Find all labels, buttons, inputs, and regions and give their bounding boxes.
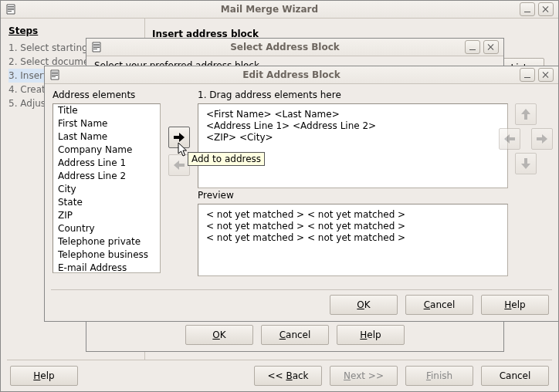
cancel-button[interactable]: Cancel: [261, 325, 329, 345]
address-element-item[interactable]: Address Line 2: [53, 170, 160, 183]
address-element-item[interactable]: Country: [53, 222, 160, 235]
address-elements-label: Address elements: [53, 90, 135, 100]
arrow-down-icon: [520, 157, 531, 170]
close-button[interactable]: [538, 68, 554, 82]
arrow-left-icon: [173, 160, 185, 171]
eab-titlebar: Edit Address Block: [45, 66, 558, 84]
close-button[interactable]: [538, 2, 554, 16]
move-down-button[interactable]: [515, 153, 537, 174]
sab-titlebar: Select Address Block: [86, 39, 503, 56]
minimize-button[interactable]: [520, 68, 535, 82]
cancel-button[interactable]: Cancel: [481, 366, 549, 386]
block-line: <ZIP> <City>: [206, 132, 500, 144]
edit-address-block-dialog: Edit Address Block Address elements Titl…: [44, 66, 559, 322]
address-element-item[interactable]: Address Line 1: [53, 157, 160, 170]
arrow-right-icon: [536, 133, 548, 144]
wizard-title: Mail Merge Wizard: [21, 4, 518, 15]
app-icon: [91, 42, 102, 52]
address-element-item[interactable]: Telephone business: [53, 248, 160, 262]
address-block-editor[interactable]: <First Name> <Last Name><Address Line 1>…: [198, 103, 508, 188]
arrow-left-icon: [503, 133, 516, 144]
address-element-item[interactable]: Title: [53, 104, 160, 117]
help-button[interactable]: Help: [10, 366, 78, 386]
block-line: <Address Line 1> <Address Line 2>: [206, 120, 500, 132]
remove-from-address-button[interactable]: [168, 154, 190, 176]
preview-line: < not yet matched > < not yet matched >: [206, 232, 500, 244]
wizard-titlebar: Mail Merge Wizard: [1, 1, 558, 19]
address-element-item[interactable]: E-mail Address: [53, 262, 160, 273]
cancel-button[interactable]: Cancel: [405, 295, 473, 315]
close-button[interactable]: [483, 40, 499, 54]
address-element-item[interactable]: Telephone private: [53, 235, 160, 248]
back-button[interactable]: << Back: [254, 366, 322, 386]
block-line: <First Name> <Last Name>: [206, 109, 500, 120]
preview-box: < not yet matched > < not yet matched ><…: [198, 204, 508, 276]
ok-button[interactable]: OK: [330, 295, 398, 315]
next-button[interactable]: Next >>: [330, 366, 398, 386]
sab-title: Select Address Block: [107, 42, 463, 52]
app-icon: [49, 69, 60, 80]
add-to-address-button[interactable]: [168, 127, 190, 148]
eab-title: Edit Address Block: [65, 69, 518, 80]
address-element-item[interactable]: Last Name: [53, 130, 160, 144]
move-left-button[interactable]: [499, 128, 520, 150]
drag-elements-label: 1. Drag address elements here: [198, 90, 341, 100]
help-button[interactable]: Help: [337, 325, 405, 345]
arrow-up-icon: [520, 108, 531, 120]
address-element-item[interactable]: Company Name: [53, 144, 160, 157]
tooltip: Add to address: [188, 152, 265, 166]
preview-line: < not yet matched > < not yet matched >: [206, 209, 500, 221]
address-element-item[interactable]: ZIP: [53, 209, 160, 222]
address-element-item[interactable]: City: [53, 183, 160, 196]
minimize-button[interactable]: [465, 40, 480, 54]
move-right-button[interactable]: [531, 128, 553, 150]
finish-button[interactable]: Finish: [405, 366, 473, 386]
preview-label: Preview: [198, 190, 234, 201]
move-up-button[interactable]: [515, 103, 537, 125]
preview-line: < not yet matched > < not yet matched >: [206, 221, 500, 232]
address-element-item[interactable]: State: [53, 196, 160, 209]
ok-button[interactable]: OK: [185, 325, 253, 345]
address-element-item[interactable]: First Name: [53, 117, 160, 130]
arrow-right-icon: [173, 132, 185, 143]
help-button[interactable]: Help: [481, 295, 549, 315]
app-icon: [5, 4, 16, 15]
minimize-button[interactable]: [520, 2, 535, 16]
address-elements-list[interactable]: TitleFirst NameLast NameCompany NameAddr…: [53, 103, 161, 273]
